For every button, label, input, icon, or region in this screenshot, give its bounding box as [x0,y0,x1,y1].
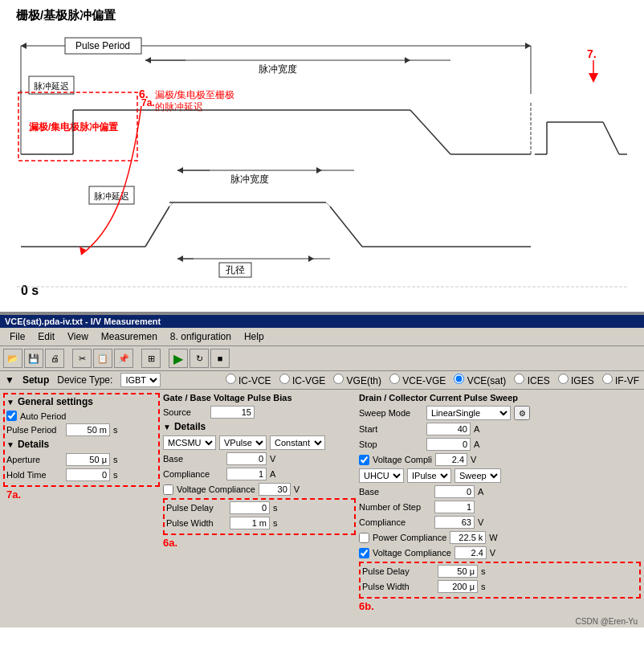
cut-button[interactable]: ✂ [72,349,92,368]
power-compliance-checkbox[interactable] [359,533,369,543]
ic-vce-radio-label: IC-VCE [226,374,271,386]
details-header-mid[interactable]: ▼ Details [163,421,356,432]
pulse-delay-unit-right: s [481,566,491,576]
if-vf-radio[interactable] [602,374,613,384]
menu-view[interactable]: View [61,329,95,344]
ic-vge-radio-label: IC-VGE [279,374,326,386]
pulse-width-input-right[interactable] [438,580,478,593]
title-bar: VCE(sat).pda-iv.txt - I/V Measurement [0,315,644,328]
copy-button[interactable]: 📋 [93,349,112,368]
paste-button[interactable]: 📌 [114,349,133,368]
compliance-input-mid[interactable] [226,468,267,480]
menu-file[interactable]: File [3,329,31,344]
base-input-mid[interactable] [226,452,267,465]
details-header-left[interactable]: ▼ Details [6,439,157,450]
auto-period-label: Auto Period [20,411,66,421]
uhcu-select[interactable]: UHCU [359,468,404,483]
pulse-width-unit-mid: s [273,518,283,528]
hold-time-unit: s [113,470,123,480]
svg-marker-50 [177,255,183,262]
iges-radio[interactable] [558,374,569,384]
stop-input[interactable] [426,438,471,451]
general-settings-header[interactable]: ▼ General settings [6,396,157,407]
base-row-right: Base A [359,485,641,498]
menu-measurement[interactable]: Measuremen [95,329,164,344]
voltage-compliance-label-mid: Voltage Compliance [177,484,255,494]
voltage-compliance-checkbox-right[interactable] [359,455,369,465]
compliance-unit-right: V [478,517,487,527]
menu-edit[interactable]: Edit [31,329,61,344]
vpulse-select[interactable]: VPulse [219,435,267,450]
constant-select[interactable]: Constant [270,435,325,450]
svg-text:Pulse Period: Pulse Period [75,40,130,51]
grid-button[interactable]: ⊞ [141,349,161,368]
source-label: Source [163,407,207,417]
menu-configuration[interactable]: 8. onfiguration [164,329,238,344]
ic-vge-radio[interactable] [279,374,290,384]
play-button[interactable]: ▶ [169,349,188,368]
auto-period-checkbox[interactable] [6,411,17,421]
base-label-right: Base [359,487,431,497]
ipulse-select[interactable]: IPulse [407,468,451,483]
base-input-right[interactable] [434,485,475,498]
refresh-button[interactable]: ↻ [190,349,209,368]
hold-time-input[interactable] [66,468,110,481]
source-input[interactable] [210,406,255,419]
aperture-row: Aperture s [6,453,157,466]
aperture-label: Aperture [6,455,63,464]
sweep-mode-row: Sweep Mode LinearSingle ⚙ [359,406,641,420]
vce-sat-radio[interactable] [454,374,464,384]
svg-text:7a.: 7a. [141,97,155,108]
sweep-mode-select[interactable]: LinearSingle [426,406,511,420]
right-panel: Drain / Collector Current Pulse Sweep Sw… [359,393,641,612]
sweep-mode-btn[interactable]: ⚙ [514,406,530,420]
start-input[interactable] [426,423,471,435]
pulse-width-row-mid: Pulse Width s [166,517,353,529]
open-button[interactable]: 📂 [3,349,22,368]
annotation-7a: 7a. [6,488,160,501]
stop-unit: A [474,439,483,449]
compliance-input-right[interactable] [434,516,475,529]
vce-vge-radio[interactable] [389,374,400,384]
pulse-period-unit: s [113,425,123,435]
voltage-compliance2-checkbox[interactable] [359,548,369,558]
voltage-compliance-input-right[interactable] [435,453,467,466]
pulse-delay-input-right[interactable] [438,565,478,578]
print-button[interactable]: 🖨 [45,349,64,368]
voltage-compliance2-input[interactable] [454,546,487,559]
pulse-width-input-mid[interactable] [230,517,270,529]
voltage-compliance-unit-mid: V [294,484,304,494]
save-button[interactable]: 💾 [24,349,43,368]
menu-help[interactable]: Help [238,329,271,344]
svg-marker-6 [21,43,26,49]
vge-th-radio[interactable] [333,374,344,384]
pulse-delay-input-mid[interactable] [230,501,270,514]
svg-text:脉冲宽度: 脉冲宽度 [230,174,269,185]
ices-radio[interactable] [514,374,524,384]
mcsmu-select[interactable]: MCSMU [163,435,216,450]
uhcu-row: UHCU IPulse Sweep [359,468,641,483]
svg-text:漏极/集电极脉冲偏置: 漏极/集电极脉冲偏置 [29,121,119,133]
power-compliance-input[interactable] [450,531,486,544]
base-unit-right: A [478,487,487,497]
stop-button[interactable]: ■ [210,349,230,368]
right-dashed-box: Pulse Delay s Pulse Width s [359,562,641,599]
svg-text:0 s: 0 s [21,284,39,297]
voltage-compliance-checkbox-mid[interactable] [163,484,173,495]
watermark: CSDN @Eren-Yu [0,615,644,627]
pulse-delay-row-right: Pulse Delay s [362,565,638,578]
device-type-select[interactable]: IGBT [120,373,161,387]
annotation-6a: 6a. [163,537,356,549]
number-of-step-input[interactable] [434,501,475,513]
svg-line-30 [603,122,619,154]
pulse-period-row: Pulse Period s [6,423,157,436]
setup-bar: ▼ Setup Device Type: IGBT IC-VCE IC-VGE … [0,371,644,390]
hold-time-row: Hold Time s [6,468,157,481]
mid-panel: Gate / Base Voltage Pulse Bias Source ▼ … [163,393,356,612]
voltage-compliance-row-mid: Voltage Compliance V [163,483,356,496]
ic-vce-radio[interactable] [226,374,236,384]
voltage-compliance-input-mid[interactable] [259,483,291,496]
pulse-period-input[interactable] [66,423,110,436]
sweep-select[interactable]: Sweep [454,468,501,483]
aperture-input[interactable] [66,453,110,466]
